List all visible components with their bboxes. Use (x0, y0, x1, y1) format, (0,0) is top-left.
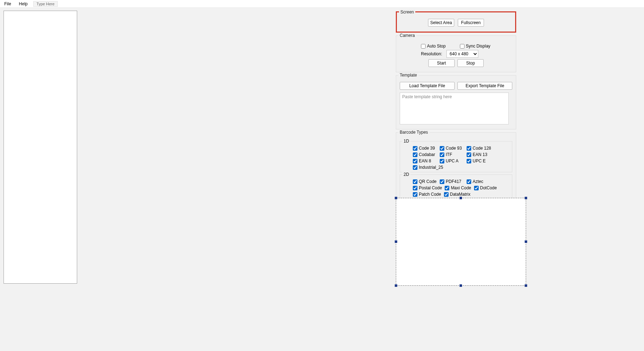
camera-stop-button[interactable]: Stop (457, 59, 484, 67)
barcode-itf-label: ITF (446, 152, 452, 157)
barcode-datamatrix-label: DataMatrix (450, 192, 471, 197)
barcode-code-39-label: Code 39 (419, 146, 435, 151)
camera-group-title: Camera (398, 33, 416, 38)
resize-handle-left[interactable] (395, 240, 397, 243)
barcode-upc-a-label: UPC A (446, 158, 458, 163)
barcode-ean-13-label: EAN 13 (473, 152, 487, 157)
sync-display-checkbox-input[interactable] (460, 44, 465, 49)
barcode-pdf417-checkbox[interactable]: PDF417 (440, 179, 464, 184)
barcode-patch-code-label: Patch Code (419, 192, 441, 197)
screen-groupbox: Screen Select Area Fullscreen (396, 11, 516, 33)
barcode-qr-code-checkbox-input[interactable] (413, 179, 417, 184)
right-controls-column: Screen Select Area Fullscreen Camera Aut… (396, 11, 516, 206)
barcode-postal-code-label: Postal Code (419, 185, 442, 190)
barcode-upc-a-checkbox-input[interactable] (440, 159, 444, 163)
resize-handle-right[interactable] (525, 240, 527, 243)
barcode-upc-e-label: UPC E (473, 158, 486, 163)
barcode-ean-13-checkbox-input[interactable] (467, 152, 471, 157)
barcode-upc-a-checkbox[interactable]: UPC A (440, 158, 464, 163)
resolution-select[interactable]: 640 x 480 (446, 50, 478, 58)
barcode-itf-checkbox-input[interactable] (440, 152, 444, 157)
menu-help[interactable]: Help (17, 1, 30, 7)
export-template-button[interactable]: Export Template File (457, 82, 512, 90)
left-preview-panel (4, 11, 77, 284)
barcode-qr-code-label: QR Code (419, 179, 437, 184)
barcode-dotcode-checkbox[interactable]: DotCode (474, 185, 498, 190)
menu-type-here[interactable]: Type Here (33, 1, 58, 7)
barcode-types-title: Barcode Types (398, 130, 429, 135)
menu-file[interactable]: File (2, 1, 13, 7)
barcode-code-39-checkbox[interactable]: Code 39 (413, 146, 437, 151)
barcode-postal-code-checkbox[interactable]: Postal Code (413, 185, 442, 190)
barcode-ean-8-label: EAN 8 (419, 158, 431, 163)
menu-bar: File Help Type Here (0, 0, 644, 8)
camera-groupbox: Camera Auto Stop Sync Display Resolution… (396, 35, 516, 72)
barcode-1d-title: 1D (402, 139, 410, 144)
barcode-qr-code-checkbox[interactable]: QR Code (413, 179, 437, 184)
barcode-types-groupbox: Barcode Types 1D Code 39Code 93Code 128C… (396, 132, 516, 203)
barcode-ean-8-checkbox-input[interactable] (413, 159, 417, 163)
barcode-datamatrix-checkbox[interactable]: DataMatrix (444, 192, 471, 197)
barcode-2d-title: 2D (402, 172, 410, 177)
barcode-codabar-label: Codabar (419, 152, 435, 157)
form-designer-surface[interactable]: Screen Select Area Fullscreen Camera Aut… (0, 8, 644, 351)
select-area-button[interactable]: Select Area (428, 19, 454, 27)
resize-handle-top[interactable] (460, 197, 462, 199)
barcode-dotcode-label: DotCode (480, 185, 497, 190)
barcode-ean-13-checkbox[interactable]: EAN 13 (467, 152, 491, 157)
barcode-maxi-code-checkbox-input[interactable] (445, 186, 449, 190)
barcode-dotcode-checkbox-input[interactable] (474, 186, 479, 190)
auto-stop-label: Auto Stop (427, 44, 446, 49)
barcode-aztec-label: Aztec (473, 179, 483, 184)
resolution-label: Resolution: (421, 51, 442, 56)
barcode-itf-checkbox[interactable]: ITF (440, 152, 464, 157)
barcode-pdf417-label: PDF417 (446, 179, 461, 184)
barcode-code-39-checkbox-input[interactable] (413, 146, 417, 151)
resize-handle-bottom-right[interactable] (525, 284, 527, 287)
barcode-aztec-checkbox[interactable]: Aztec (467, 179, 491, 184)
barcode-upc-e-checkbox[interactable]: UPC E (467, 158, 491, 163)
sync-display-label: Sync Display (466, 44, 490, 49)
barcode-patch-code-checkbox[interactable]: Patch Code (413, 192, 441, 197)
barcode-codabar-checkbox-input[interactable] (413, 152, 417, 157)
barcode-2d-subgroup: 2D QR CodePDF417AztecPostal CodeMaxi Cod… (400, 174, 512, 199)
sync-display-checkbox[interactable]: Sync Display (460, 44, 490, 49)
barcode-1d-subgroup: 1D Code 39Code 93Code 128CodabarITFEAN 1… (400, 141, 512, 172)
resize-handle-bottom-left[interactable] (395, 284, 397, 287)
load-template-button[interactable]: Load Template File (400, 82, 455, 90)
resize-handle-top-left[interactable] (395, 197, 397, 199)
barcode-datamatrix-checkbox-input[interactable] (444, 192, 449, 197)
barcode-industrial-25-checkbox[interactable]: Industrial_25 (413, 165, 443, 170)
barcode-patch-code-checkbox-input[interactable] (413, 192, 417, 197)
barcode-code-128-checkbox-input[interactable] (467, 146, 471, 151)
barcode-industrial-25-label: Industrial_25 (419, 165, 443, 170)
template-groupbox: Template Load Template File Export Templ… (396, 75, 516, 129)
barcode-aztec-checkbox-input[interactable] (467, 179, 471, 184)
screen-group-title: Screen (399, 10, 415, 15)
barcode-code-93-label: Code 93 (446, 146, 462, 151)
barcode-maxi-code-checkbox[interactable]: Maxi Code (445, 185, 471, 190)
barcode-code-128-label: Code 128 (473, 146, 491, 151)
barcode-maxi-code-label: Maxi Code (451, 185, 471, 190)
auto-stop-checkbox-input[interactable] (421, 44, 426, 49)
barcode-code-128-checkbox[interactable]: Code 128 (467, 146, 491, 151)
auto-stop-checkbox[interactable]: Auto Stop (421, 44, 446, 49)
designer-selected-control[interactable] (396, 198, 526, 286)
barcode-pdf417-checkbox-input[interactable] (440, 179, 444, 184)
fullscreen-button[interactable]: Fullscreen (458, 19, 484, 27)
template-string-textarea[interactable] (400, 93, 509, 124)
barcode-postal-code-checkbox-input[interactable] (413, 186, 417, 190)
template-group-title: Template (398, 73, 418, 78)
barcode-code-93-checkbox-input[interactable] (440, 146, 444, 151)
barcode-codabar-checkbox[interactable]: Codabar (413, 152, 437, 157)
barcode-industrial-25-checkbox-input[interactable] (413, 165, 417, 170)
barcode-upc-e-checkbox-input[interactable] (467, 159, 471, 163)
camera-start-button[interactable]: Start (428, 59, 455, 67)
barcode-code-93-checkbox[interactable]: Code 93 (440, 146, 464, 151)
barcode-ean-8-checkbox[interactable]: EAN 8 (413, 158, 437, 163)
resize-handle-bottom[interactable] (460, 284, 462, 287)
resize-handle-top-right[interactable] (525, 197, 527, 199)
